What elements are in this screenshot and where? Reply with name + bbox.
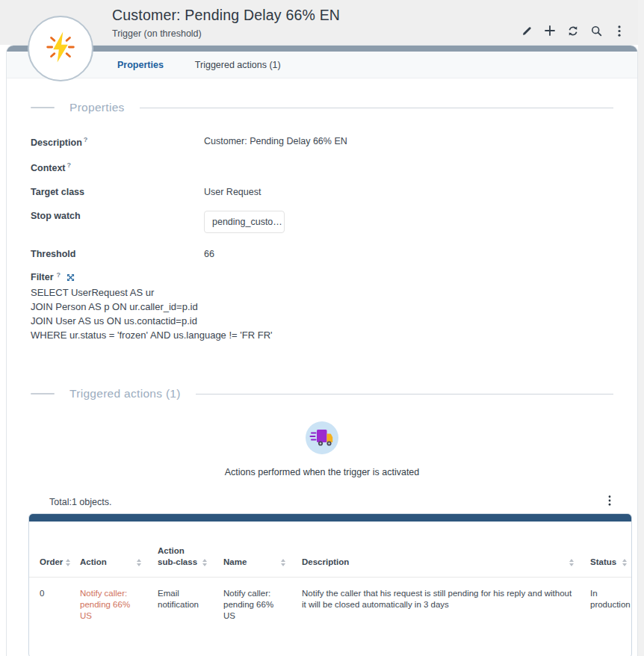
cell-description: Notify the caller that his request is st… (291, 578, 580, 656)
cell-action-subclass: Email notification (147, 578, 213, 656)
column-header-action[interactable]: Action (69, 522, 147, 578)
field-threshold: Threshold 66 (31, 242, 613, 266)
sort-icon (622, 559, 627, 568)
table-row: 0 Notify caller: pending 66% US Email no… (29, 578, 632, 656)
more-actions-button[interactable] (613, 24, 626, 37)
help-marker[interactable]: ? (57, 271, 61, 279)
triggered-actions-section-title: Triggered actions (1) (69, 387, 181, 400)
expand-icon[interactable] (66, 273, 75, 282)
field-filter: Filter? SELECT UserRequest AS ur JOIN P (31, 272, 613, 342)
sort-icon (281, 559, 285, 568)
plus-icon (545, 25, 555, 36)
filter-query: SELECT UserRequest AS ur JOIN Person AS … (31, 285, 613, 342)
page-title: Customer: Pending Delay 66% EN (112, 7, 340, 24)
triggered-actions-table: Order Action Action sub-class Name Descr… (29, 522, 632, 656)
relation-caption: Actions performed when the trigger is ac… (31, 467, 613, 477)
field-label: Description (31, 137, 82, 148)
column-header-status[interactable]: Status (580, 522, 632, 578)
column-header-name[interactable]: Name (213, 522, 291, 578)
column-header-order[interactable]: Order (29, 522, 69, 578)
delivery-truck-icon (306, 444, 338, 457)
sort-icon (202, 559, 207, 568)
kebab-menu-icon (618, 25, 621, 37)
field-description: Description? Customer: Pending Delay 66%… (31, 129, 613, 155)
field-label: Target class (31, 187, 84, 197)
relation-hero: Actions performed when the trigger is ac… (31, 421, 613, 477)
search-icon (591, 25, 602, 37)
section-rule (140, 108, 613, 108)
oql-line: JOIN User AS us ON us.contactid=p.id (31, 314, 613, 328)
field-label: Stop watch (31, 211, 81, 221)
stop-watch-value: pending_custo… (204, 211, 285, 233)
sort-icon (137, 559, 141, 568)
triggered-actions-table-block: Total:1 objects. Order (28, 495, 632, 656)
field-target-class: Target class User Request (31, 180, 613, 204)
oql-line: SELECT UserRequest AS ur (31, 285, 613, 300)
datatable-accent-bar (29, 514, 631, 522)
add-button[interactable] (543, 24, 557, 37)
help-marker[interactable]: ? (67, 161, 72, 169)
help-marker[interactable]: ? (84, 136, 88, 143)
oql-line: WHERE ur.status = 'frozen' AND us.langua… (31, 328, 613, 342)
properties-fields: Description? Customer: Pending Delay 66%… (31, 129, 613, 342)
triggered-actions-section-header: Triggered actions (1) (31, 387, 613, 400)
field-value: 66 (204, 249, 613, 259)
sort-icon (569, 559, 574, 568)
sort-icon (66, 559, 70, 568)
cell-order: 0 (29, 578, 69, 656)
object-details-card: Properties Triggered actions (1) Propert… (6, 45, 638, 656)
class-medallion (28, 16, 93, 81)
object-toolbar (520, 24, 626, 37)
refresh-button[interactable] (566, 24, 580, 37)
cell-name: Notify caller: pending 66% US (213, 578, 291, 656)
refresh-icon (567, 25, 579, 37)
tab-properties[interactable]: Properties (117, 60, 164, 70)
field-value: Customer: Pending Delay 66% EN (204, 136, 613, 146)
properties-section-header: Properties (31, 101, 613, 114)
pencil-icon (521, 25, 533, 37)
field-label: Threshold (31, 249, 75, 259)
edit-button[interactable] (520, 24, 533, 37)
properties-section-title: Properties (69, 101, 125, 114)
cell-action: Notify caller: pending 66% US (69, 578, 147, 656)
page-subtitle: Trigger (on threshold) (112, 28, 202, 39)
lightning-bolt-icon (41, 28, 80, 69)
datatable-panel: Order Action Action sub-class Name Descr… (28, 513, 632, 656)
table-total-count: Total:1 objects. (49, 497, 111, 507)
vertical-scrollbar[interactable] (638, 0, 644, 656)
column-header-action-subclass[interactable]: Action sub-class (147, 522, 213, 578)
action-link[interactable]: Notify caller: pending 66% US (80, 589, 130, 620)
field-stop-watch: Stop watch pending_custo… (31, 204, 613, 242)
card-accent-bar (7, 46, 637, 52)
field-value: User Request (204, 187, 613, 197)
section-dash (31, 107, 55, 108)
kebab-menu-icon (608, 497, 611, 508)
section-dash (31, 393, 55, 394)
search-button[interactable] (589, 24, 603, 37)
column-header-description[interactable]: Description (291, 522, 580, 578)
header-band: Customer: Pending Delay 66% EN Trigger (… (0, 0, 638, 45)
field-label: Filter (31, 272, 54, 282)
section-rule (196, 394, 613, 394)
oql-line: JOIN Person AS p ON ur.caller_id=p.id (31, 300, 613, 314)
cell-status: In production (580, 578, 632, 656)
field-context: Context? (31, 155, 613, 180)
field-label: Context (31, 163, 66, 173)
tab-bar: Properties Triggered actions (1) (7, 52, 637, 78)
table-menu-button[interactable] (605, 495, 614, 508)
tab-triggered-actions[interactable]: Triggered actions (1) (195, 60, 281, 70)
